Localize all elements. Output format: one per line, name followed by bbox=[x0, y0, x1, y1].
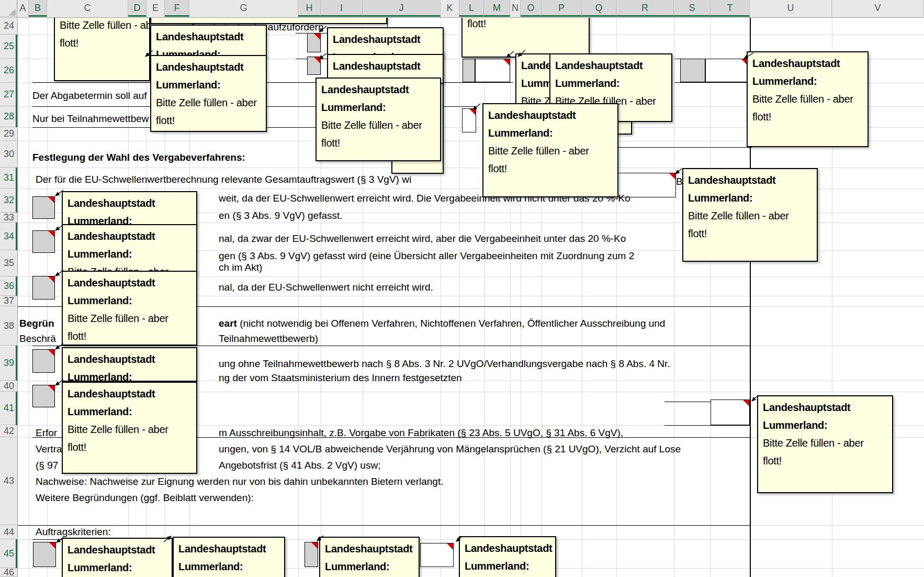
column-header-c[interactable]: C bbox=[47, 0, 128, 17]
row-header-33[interactable]: 33 bbox=[0, 213, 17, 223]
row-header-43[interactable]: 43 bbox=[0, 437, 17, 525]
row-selection-bar bbox=[16, 346, 17, 381]
comment-author-line: Lummerland: bbox=[320, 558, 419, 575]
comment-author-line: Landeshauptstadt bbox=[317, 81, 440, 98]
column-header-j[interactable]: J bbox=[363, 0, 441, 17]
column-header-k[interactable]: K bbox=[441, 0, 459, 17]
row-header-26[interactable]: 26 bbox=[0, 59, 17, 83]
fill-in-field[interactable] bbox=[680, 59, 705, 82]
gridline-v bbox=[29, 17, 29, 577]
gridline-v bbox=[711, 17, 711, 577]
row-header-45[interactable]: 45 bbox=[0, 539, 17, 568]
column-header-u[interactable]: U bbox=[750, 0, 832, 17]
row-selection-bar bbox=[16, 106, 17, 127]
comment-body-line: Bitte Zelle füllen - aber bbox=[63, 420, 196, 438]
row-selection-bar bbox=[16, 35, 17, 59]
fill-in-field[interactable] bbox=[32, 349, 55, 373]
comment-author-line: Lummerland: bbox=[483, 124, 617, 142]
column-header-f[interactable]: F bbox=[165, 0, 189, 17]
fill-in-field[interactable] bbox=[32, 196, 55, 219]
row-header-29[interactable]: 29 bbox=[0, 127, 17, 141]
row-header-24[interactable]: 24 bbox=[0, 17, 17, 35]
row-header-27[interactable]: 27 bbox=[0, 83, 17, 106]
fill-in-field[interactable] bbox=[463, 59, 475, 82]
row-header-25[interactable]: 25 bbox=[0, 35, 17, 59]
fill-in-field[interactable] bbox=[305, 542, 318, 567]
comment-author-line: Landeshauptstadt bbox=[63, 274, 196, 292]
cell-comment-popup: LandeshauptstadtLummerland:Bitte Zelle f… bbox=[319, 537, 420, 577]
column-header-p[interactable]: P bbox=[542, 0, 582, 17]
row-header-34[interactable]: 34 bbox=[0, 223, 17, 250]
cell-text: B bbox=[676, 176, 683, 187]
comment-author-line: Landeshauptstadt bbox=[63, 194, 196, 212]
comment-body-line: Bitte Zelle füllen - aber bbox=[317, 116, 440, 134]
column-header-q[interactable]: Q bbox=[582, 0, 616, 17]
cell-text: en (§ 3 Abs. 9 VgV) gefasst. bbox=[219, 210, 343, 221]
row-header-46[interactable]: 46 bbox=[0, 568, 17, 577]
cell-border bbox=[17, 525, 750, 526]
cell-comment-popup: LandeshauptstadtLummerland:Bitte Zelle f… bbox=[682, 168, 818, 262]
comment-indicator-icon bbox=[49, 542, 55, 549]
row-header-35[interactable]: 35 bbox=[0, 250, 17, 276]
comment-body-line: flott! bbox=[151, 112, 266, 129]
cell-comment-popup: LandeshauptstadtLummerland:Bitte Zelle f… bbox=[482, 103, 618, 197]
comment-indicator-icon bbox=[48, 231, 54, 237]
select-all-corner[interactable] bbox=[0, 0, 17, 17]
column-header-v[interactable]: V bbox=[832, 0, 924, 17]
comment-author-line: Landeshauptstadt bbox=[748, 54, 867, 72]
input-cell[interactable] bbox=[711, 400, 750, 425]
gridline-v bbox=[510, 17, 511, 577]
row-header-41[interactable]: 41 bbox=[0, 392, 17, 425]
row-header-44[interactable]: 44 bbox=[0, 525, 17, 539]
comment-author-line: Lummerland: bbox=[63, 403, 196, 420]
row-header-38[interactable]: 38 bbox=[0, 306, 17, 346]
row-header-36[interactable]: 36 bbox=[0, 276, 17, 296]
column-header-o[interactable]: O bbox=[521, 0, 542, 17]
cell-border bbox=[664, 425, 750, 426]
row-header-37[interactable]: 37 bbox=[0, 296, 17, 306]
input-cell[interactable] bbox=[462, 108, 476, 132]
comment-author-line: Landeshauptstadt bbox=[483, 106, 617, 124]
fill-in-field[interactable] bbox=[32, 276, 55, 299]
comment-author-line: Lummerland: bbox=[758, 416, 892, 434]
column-header-s[interactable]: S bbox=[674, 0, 711, 17]
fill-in-field[interactable] bbox=[33, 542, 56, 567]
row-header-42[interactable]: 42 bbox=[0, 425, 17, 437]
fill-in-field[interactable] bbox=[307, 33, 321, 52]
row-header-40[interactable]: 40 bbox=[0, 381, 17, 392]
column-header-h[interactable]: H bbox=[298, 0, 321, 17]
column-header-t[interactable]: T bbox=[711, 0, 750, 17]
input-cell[interactable] bbox=[705, 59, 748, 82]
comment-author-line: Lummerland: bbox=[748, 72, 867, 90]
column-header-m[interactable]: M bbox=[484, 0, 510, 17]
column-header-l[interactable]: L bbox=[459, 0, 484, 17]
input-cell[interactable] bbox=[475, 59, 510, 82]
row-selection-bar bbox=[16, 539, 17, 568]
row-header-28[interactable]: 28 bbox=[0, 106, 17, 127]
row-selection-bar bbox=[16, 59, 17, 83]
column-header-a[interactable]: A bbox=[17, 0, 29, 17]
column-header-i[interactable]: I bbox=[321, 0, 363, 17]
cell-text: Begrün bbox=[19, 318, 54, 329]
comment-author-line: Lummerland: bbox=[174, 558, 284, 575]
column-header-b[interactable]: B bbox=[29, 0, 47, 17]
input-cell[interactable] bbox=[420, 543, 454, 567]
row-selection-bar bbox=[16, 83, 17, 106]
fill-in-field[interactable] bbox=[32, 230, 55, 253]
column-header-d[interactable]: D bbox=[128, 0, 147, 17]
comment-body-line: Bitte Zelle füllen - aber bbox=[758, 434, 892, 452]
column-header-n[interactable]: N bbox=[510, 0, 521, 17]
cell-text: Nachweise: Nachweise zur Eignung werden … bbox=[36, 476, 443, 487]
row-header-31[interactable]: 31 bbox=[0, 168, 17, 188]
row-header-30[interactable]: 30 bbox=[0, 141, 17, 168]
column-header-e[interactable]: E bbox=[147, 0, 165, 17]
fill-in-field[interactable] bbox=[307, 57, 321, 75]
row-header-39[interactable]: 39 bbox=[0, 346, 17, 381]
row-header-32[interactable]: 32 bbox=[0, 188, 17, 213]
gridline-v bbox=[674, 17, 674, 577]
column-header-r[interactable]: R bbox=[616, 0, 674, 17]
row-selection-bar bbox=[16, 276, 17, 296]
column-header-g[interactable]: G bbox=[189, 0, 298, 17]
fill-in-field[interactable] bbox=[32, 385, 55, 407]
comment-indicator-icon bbox=[314, 34, 320, 40]
